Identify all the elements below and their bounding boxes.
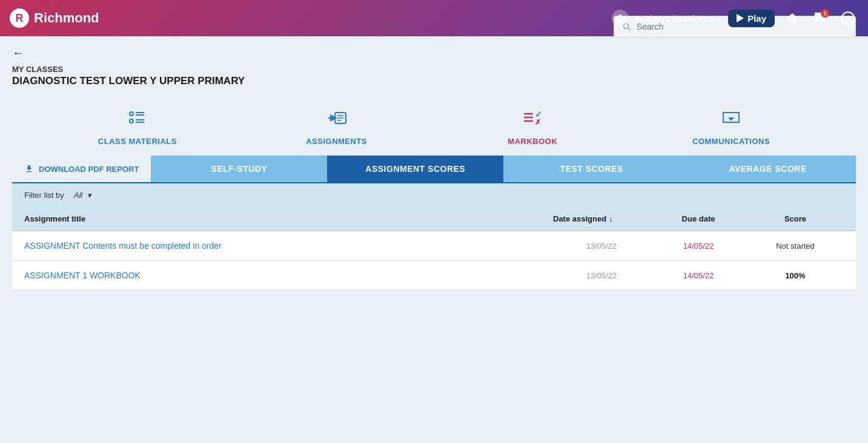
play-triangle-icon bbox=[737, 14, 744, 22]
table-header: Assignment title Date assigned ↓ Due dat… bbox=[12, 207, 856, 231]
markbook-icon: ✓ ✗ bbox=[521, 107, 544, 132]
col-header-title: Assignment title bbox=[24, 214, 553, 223]
svg-point-3 bbox=[130, 112, 133, 116]
filter-select[interactable]: All ▾ bbox=[74, 191, 91, 200]
main-content: ← MY CLASSES DIAGNOSTIC TEST LOWER Y UPP… bbox=[0, 36, 868, 300]
back-button[interactable]: ← bbox=[12, 46, 24, 60]
play-label: Play bbox=[747, 13, 766, 24]
table-row: ASSIGNMENT Contents must be completed in… bbox=[12, 231, 856, 261]
home-nav-icon[interactable] bbox=[782, 8, 803, 28]
filter-value: All bbox=[74, 191, 82, 200]
download-label: DOWNLOAD PDF REPORT bbox=[39, 165, 139, 174]
messages-nav-icon[interactable]: 1 bbox=[810, 8, 830, 28]
filter-row: Filter list by All ▾ bbox=[12, 182, 856, 207]
filter-dropdown-icon: ▾ bbox=[87, 191, 91, 200]
score-cell: 100% bbox=[747, 271, 844, 280]
nav-markbook[interactable]: ✓ ✗ MARKBOOK bbox=[496, 107, 569, 146]
due-date-cell: 14/05/22 bbox=[650, 271, 747, 280]
svg-point-6 bbox=[130, 119, 133, 123]
tabs-section: DOWNLOAD PDF REPORT SELF-STUDY ASSIGNMEN… bbox=[12, 156, 856, 182]
col-header-date: Date assigned ↓ bbox=[553, 214, 650, 223]
tab-average-score[interactable]: AVERAGE SCORE bbox=[680, 156, 856, 182]
nav-class-materials[interactable]: CLASS MATERIALS bbox=[98, 107, 177, 146]
breadcrumb-my-classes: MY CLASSES bbox=[12, 65, 856, 74]
tab-assignment-scores[interactable]: ASSIGNMENT SCORES bbox=[327, 156, 503, 182]
nav-assignments[interactable]: ASSIGNMENTS bbox=[300, 107, 373, 146]
logo-icon: R bbox=[10, 8, 29, 28]
class-materials-icon bbox=[126, 107, 149, 132]
score-cell: Not started bbox=[747, 241, 844, 251]
tabs-row: DOWNLOAD PDF REPORT SELF-STUDY ASSIGNMEN… bbox=[12, 156, 856, 182]
class-title: DIAGNOSTIC TEST LOWER Y UPPER PRIMARY bbox=[12, 75, 856, 87]
download-pdf-button[interactable]: DOWNLOAD PDF REPORT bbox=[12, 156, 151, 182]
logo-text: Richmond bbox=[34, 10, 99, 26]
date-assigned-cell: 13/05/22 bbox=[553, 241, 650, 251]
communications-label: COMMUNICATIONS bbox=[692, 137, 770, 146]
help-nav-icon[interactable]: ? bbox=[838, 8, 858, 28]
svg-text:?: ? bbox=[846, 14, 850, 23]
col-header-score: Score bbox=[747, 214, 844, 223]
tab-test-scores[interactable]: TEST SCORES bbox=[503, 156, 680, 182]
col-header-due: Due date bbox=[650, 214, 747, 223]
date-assigned-cell: 13/05/22 bbox=[553, 271, 650, 280]
communications-icon bbox=[720, 107, 743, 132]
user-menu[interactable]: Student1 Escolar ▾ bbox=[612, 10, 714, 27]
play-button[interactable]: Play bbox=[728, 10, 775, 27]
markbook-label: MARKBOOK bbox=[508, 137, 557, 146]
user-dropdown-icon[interactable]: ▾ bbox=[710, 14, 714, 22]
logo: R Richmond bbox=[10, 8, 99, 28]
svg-marker-20 bbox=[728, 117, 734, 121]
filter-label: Filter list by bbox=[24, 191, 64, 200]
svg-text:✗: ✗ bbox=[535, 118, 541, 126]
assignments-icon bbox=[325, 107, 348, 132]
table-row: ASSIGNMENT 1 WORKBOOK 13/05/22 14/05/22 … bbox=[12, 261, 856, 290]
download-icon bbox=[24, 164, 34, 174]
assignment-title-link[interactable]: ASSIGNMENT Contents must be completed in… bbox=[24, 241, 553, 251]
tab-self-study[interactable]: SELF-STUDY bbox=[151, 156, 327, 182]
user-name: Student1 Escolar bbox=[634, 13, 703, 24]
svg-point-0 bbox=[618, 15, 622, 18]
data-table: Assignment title Date assigned ↓ Due dat… bbox=[12, 207, 856, 290]
user-avatar-icon bbox=[612, 10, 629, 27]
message-badge: 1 bbox=[821, 9, 829, 18]
assignment-title-link[interactable]: ASSIGNMENT 1 WORKBOOK bbox=[24, 271, 553, 280]
nav-communications[interactable]: COMMUNICATIONS bbox=[692, 107, 770, 146]
nav-row: CLASS MATERIALS ASSIGNMENTS bbox=[12, 97, 856, 156]
due-date-cell: 14/05/22 bbox=[650, 241, 747, 251]
assignments-label: ASSIGNMENTS bbox=[306, 137, 367, 146]
class-materials-label: CLASS MATERIALS bbox=[98, 137, 177, 146]
